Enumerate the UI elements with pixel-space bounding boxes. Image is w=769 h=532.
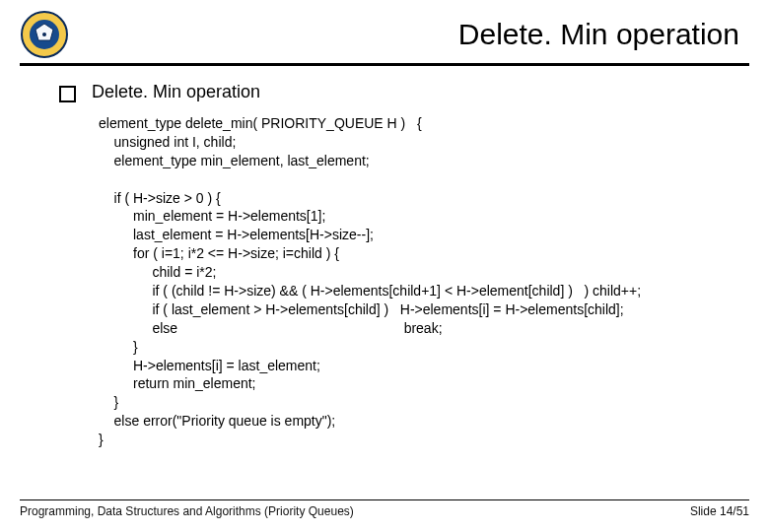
seal-logo-icon (20, 10, 69, 59)
svg-point-2 (42, 33, 46, 36)
footer: Programming, Data Structures and Algorit… (20, 499, 749, 518)
slide: Delete. Min operation Delete. Min operat… (0, 0, 769, 532)
slide-title: Delete. Min operation (69, 18, 749, 51)
square-bullet-icon (59, 86, 76, 102)
code-block: element_type delete_min( PRIORITY_QUEUE … (59, 114, 739, 449)
footer-right: Slide 14/51 (690, 504, 749, 518)
bullet-item: Delete. Min operation (59, 82, 739, 102)
header: Delete. Min operation (0, 0, 769, 59)
footer-row: Programming, Data Structures and Algorit… (20, 504, 749, 518)
footer-divider (20, 499, 749, 500)
bullet-label: Delete. Min operation (92, 82, 260, 102)
slide-body: Delete. Min operation element_type delet… (0, 66, 769, 449)
footer-left: Programming, Data Structures and Algorit… (20, 504, 354, 518)
